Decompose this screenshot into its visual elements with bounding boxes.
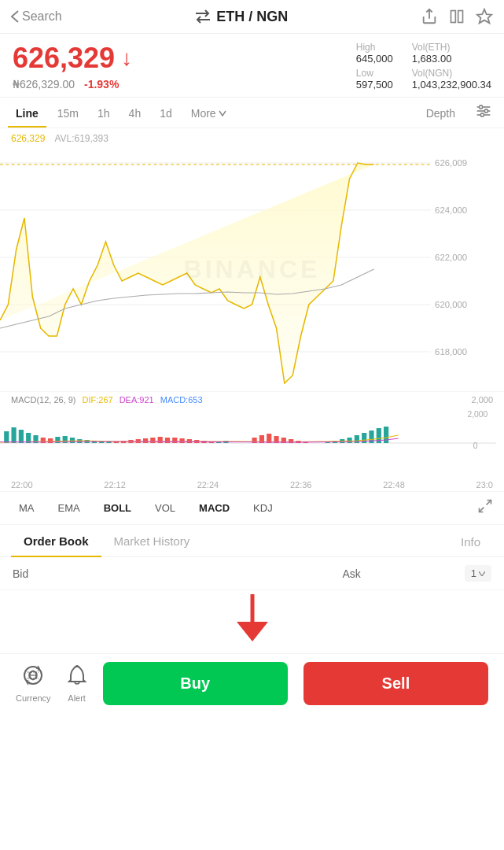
- svg-rect-42: [143, 438, 148, 443]
- price-chart-svg: 626,009 624,000 622,000 620,000 618,000: [0, 147, 504, 391]
- svg-point-8: [480, 113, 484, 116]
- x-axis: 22:00 22:12 22:24 22:36 22:48 23:0: [0, 479, 504, 491]
- expand-icon[interactable]: [477, 498, 493, 518]
- tab-more[interactable]: More: [183, 99, 234, 126]
- current-price: 626,329 ↓: [13, 42, 340, 75]
- currency-icon: [22, 664, 44, 691]
- svg-text:618,000: 618,000: [435, 347, 467, 357]
- svg-line-72: [480, 508, 484, 512]
- trading-pair: ETH / NGN: [70, 9, 413, 25]
- chart-tabs: Line 15m 1h 4h 1d More Depth: [0, 98, 504, 128]
- chart-info-bar: 626,329 AVL:619,393: [0, 131, 504, 147]
- svg-point-6: [484, 109, 487, 113]
- pair-swap-icon: [194, 9, 212, 24]
- chart-avl: AVL:619,393: [54, 133, 109, 144]
- macd-value-label: MACD:653: [160, 395, 203, 405]
- svg-rect-0: [451, 11, 456, 23]
- price-ngn-row: ₦626,329.00 -1.93%: [13, 78, 340, 91]
- x-label-4: 22:48: [383, 480, 405, 490]
- macd-dea-label: DEA:921: [120, 395, 154, 405]
- currency-label: Currency: [16, 693, 51, 703]
- high-stat: High 645,000: [356, 42, 393, 65]
- indicator-kdj[interactable]: KDJ: [245, 499, 281, 517]
- svg-rect-65: [347, 438, 351, 443]
- arrow-annotation: [0, 590, 504, 653]
- indicator-vol[interactable]: VOL: [147, 499, 183, 517]
- alert-icon: [67, 664, 87, 691]
- columns-icon[interactable]: [449, 9, 465, 24]
- tab-line[interactable]: Line: [8, 99, 46, 128]
- indicator-bar: MA EMA BOLL VOL MACD KDJ: [0, 491, 504, 525]
- indicator-boll[interactable]: BOLL: [96, 499, 139, 517]
- chevron-down-icon: [219, 110, 226, 116]
- macd-header: MACD(12, 26, 9) DIF:267 DEA:921 MACD:653…: [0, 392, 504, 408]
- svg-rect-24: [11, 427, 16, 443]
- back-button[interactable]: Search: [11, 9, 62, 24]
- chevron-down-small-icon: [479, 571, 485, 576]
- macd-chart[interactable]: 2,000 0: [0, 408, 504, 479]
- svg-rect-29: [48, 438, 53, 443]
- indicator-ma[interactable]: MA: [11, 499, 42, 517]
- ob-tabs: Order Book Market History Info: [0, 525, 504, 557]
- svg-text:624,000: 624,000: [435, 205, 467, 215]
- low-stat: Low 597,500: [356, 68, 393, 91]
- indicator-macd[interactable]: MACD: [191, 499, 237, 517]
- x-label-2: 22:24: [197, 480, 219, 490]
- buy-arrow-indicator: [221, 590, 284, 645]
- back-label: Search: [22, 9, 62, 24]
- bottom-nav: Currency Alert Buy Sell: [0, 653, 504, 713]
- tab-1h[interactable]: 1h: [90, 99, 118, 128]
- count-selector[interactable]: 1: [465, 565, 491, 582]
- svg-text:0: 0: [473, 442, 478, 450]
- x-label-0: 22:00: [11, 480, 33, 490]
- x-label-1: 22:12: [104, 480, 126, 490]
- chart-area: 626,329 AVL:619,393 BINANCE 626,009 624,…: [0, 128, 504, 525]
- svg-rect-23: [4, 431, 9, 443]
- svg-text:620,000: 620,000: [435, 300, 467, 309]
- price-chart[interactable]: BINANCE 626,009 624,000 622,000 620,000 …: [0, 147, 504, 391]
- share-icon[interactable]: [421, 8, 438, 25]
- chart-current-price: 626,329: [11, 133, 45, 144]
- svg-rect-70: [384, 427, 388, 443]
- vol-eth-stat: Vol(ETH) 1,683.00: [412, 42, 452, 65]
- pair-title: ETH / NGN: [216, 9, 288, 25]
- stat-row-2: Low 597,500 Vol(NGN) 1,043,232,900.34: [356, 68, 491, 91]
- header: Search ETH / NGN: [0, 0, 504, 34]
- tab-4h[interactable]: 4h: [121, 99, 149, 128]
- x-label-3: 22:36: [290, 480, 312, 490]
- price-section: 626,329 ↓ ₦626,329.00 -1.93% High 645,00…: [0, 34, 504, 98]
- tab-market-history[interactable]: Market History: [101, 525, 203, 557]
- tab-order-book[interactable]: Order Book: [11, 525, 101, 557]
- nav-alert[interactable]: Alert: [67, 664, 87, 703]
- order-book-section: Order Book Market History Info Bid Ask 1: [0, 525, 504, 653]
- chart-settings-icon[interactable]: [471, 98, 496, 128]
- svg-marker-74: [237, 622, 268, 641]
- vol-ngn-stat: Vol(NGN) 1,043,232,900.34: [412, 68, 491, 91]
- buy-button[interactable]: Buy: [103, 662, 288, 705]
- macd-dif-label: DIF:267: [83, 395, 113, 405]
- svg-rect-45: [165, 438, 170, 443]
- svg-rect-46: [172, 438, 177, 443]
- back-icon: [11, 10, 19, 23]
- header-icons: [421, 8, 493, 25]
- indicator-ema[interactable]: EMA: [50, 499, 88, 517]
- tab-depth[interactable]: Depth: [418, 99, 463, 126]
- star-icon[interactable]: [476, 8, 493, 25]
- svg-rect-25: [19, 430, 24, 443]
- svg-marker-2: [477, 9, 491, 23]
- stat-row-1: High 645,000 Vol(ETH) 1,683.00: [356, 42, 491, 65]
- macd-scale-label: 2,000: [471, 395, 493, 405]
- svg-text:2,000: 2,000: [467, 410, 487, 419]
- bid-label: Bid: [13, 567, 238, 580]
- bid-ask-row: Bid Ask 1: [0, 557, 504, 590]
- sell-button[interactable]: Sell: [304, 662, 488, 705]
- tab-15m[interactable]: 15m: [50, 99, 86, 128]
- tab-info[interactable]: Info: [448, 526, 493, 556]
- tab-1d[interactable]: 1d: [152, 99, 180, 128]
- svg-rect-43: [150, 438, 155, 443]
- svg-rect-47: [179, 438, 184, 443]
- nav-currency[interactable]: Currency: [16, 664, 51, 703]
- macd-params: MACD(12, 26, 9): [11, 395, 76, 405]
- svg-text:626,009: 626,009: [435, 158, 467, 168]
- svg-point-4: [480, 105, 483, 109]
